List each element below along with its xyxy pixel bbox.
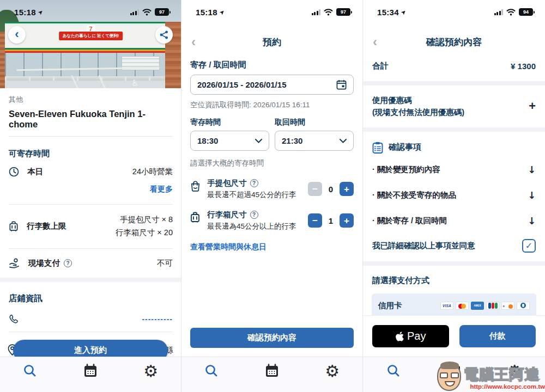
settings-tab-icon[interactable]: ⚙ [325,364,340,379]
luggage-limit-values: 手提包尺寸 × 8 行李箱尺寸 × 20 [116,213,173,240]
payment-method-heading: 請選擇支付方式 [363,266,545,287]
add-coupon-icon[interactable]: + [529,99,536,113]
confirm-reservation-button[interactable]: 確認預約內容 [190,328,354,348]
pickup-time-value: 21:30 [282,136,302,145]
pickup-time-select[interactable]: 21:30 [275,131,354,151]
dropoff-time-value: 18:30 [197,136,218,145]
confirm-items-heading: 確認事項 [389,142,421,152]
wifi-icon [506,9,516,16]
photo-guard-rail [5,76,165,81]
question-icon[interactable]: ? [64,259,72,267]
location-arrow-icon: ➤ [399,8,408,16]
back-button[interactable]: ‹ [373,35,377,48]
store-banner-text: あなたの暮らしに 近くて便利! [59,32,123,40]
phone-value: ---------- [142,315,173,323]
today-hours-value: 24小時營業 [132,167,173,177]
jcb-icon [486,302,499,310]
battery-icon: 97 [155,8,169,16]
address-row: 縣 進入預約 [0,336,181,357]
agree-checkbox[interactable]: ✓ [522,239,536,253]
agree-row: 我已詳細確認以上事項並同意 ✓ [363,234,545,261]
settings-tab-icon[interactable]: ⚙ [143,364,158,379]
signal-icon [130,9,140,15]
down-arrow-icon[interactable]: ↓ [528,215,536,226]
question-icon[interactable]: ? [250,211,258,219]
wifi-icon [324,9,333,16]
watermark-name: 電腦王阿達 [463,367,545,382]
diners-icon [517,302,530,310]
store-category: 其他 [0,88,181,106]
status-time: 15:18➤ [196,8,225,17]
watermark-mascot [437,363,461,391]
onsite-payment-value: 不可 [157,258,173,268]
back-button[interactable]: ‹ [8,26,26,44]
apple-pay-button[interactable]: Pay [372,325,449,347]
enter-reservation-button[interactable]: 進入預約 [13,340,168,357]
time-section-heading: 寄存 / 取回時間 [181,53,362,70]
onsite-payment-row: 現場支付 ? 不可 [0,258,181,268]
photo-stripes-lower [5,48,165,53]
page-header: ‹ 確認預約內容 [363,30,545,53]
suitcase-icon [9,221,19,232]
bag-plus-button[interactable]: + [340,182,354,196]
page-title: 預約 [263,36,281,48]
calendar-tab-icon[interactable] [83,364,98,378]
battery-icon: 94 [519,8,533,16]
mastercard-icon [456,302,469,310]
business-hours-link[interactable]: 查看營業時間與休息日 [181,231,362,252]
signal-icon [494,9,504,15]
search-tab-icon[interactable] [204,364,219,378]
search-tab-icon[interactable] [386,364,401,378]
confirm-item[interactable]: · 關於不接受寄存的物品 ↓ [363,182,545,208]
calendar-tab-icon[interactable] [265,364,279,378]
page-title: 確認預約內容 [426,36,482,48]
store-title: Seven-Eleven Fukuoka Tenjin 1-chome [0,106,181,136]
visa-icon: VISA [440,302,453,310]
suitcase-plus-button[interactable]: + [340,213,354,228]
down-arrow-icon[interactable]: ↓ [528,189,536,201]
clipboard-icon [372,142,383,154]
share-button[interactable] [155,26,173,44]
confirm-item[interactable]: · 關於寄存 / 取回時間 ↓ [363,208,545,234]
bottom-nav: ⚙ [181,357,362,392]
pay-button[interactable]: 付款 [459,325,536,347]
date-range-value: 2026/01/15 - 2026/01/15 [197,80,286,89]
panel-store-detail: 7 あなたの暮らしに 近くて便利! ♿ 15:18➤ 97 ‹ 其他 [0,0,181,392]
panel-reservation: 15:18➤ 97 ‹ 預約 寄存 / 取回時間 2026/01/15 - 20… [181,0,363,392]
bag-size-row: 手提包尺寸? 最長邊不超過45公分的行李 − 0 + [181,178,362,200]
apple-pay-label: Pay [407,330,426,342]
suitcase-stepper: − 1 + [308,213,354,228]
coupon-row[interactable]: 使用優惠碼 (現場支付無法使用優惠碼) + [363,85,545,127]
back-button[interactable]: ‹ [191,35,196,48]
confirm-item[interactable]: · 關於變更預約內容 ↓ [363,157,545,182]
back-chevron-icon: ‹ [15,28,19,40]
dropoff-time-select[interactable]: 18:30 [190,131,269,151]
panel-confirm-payment: 15:34➤ 94 ‹ 確認預約內容 合計 ¥ 1300 使用優惠碼 (現場支付… [363,0,545,392]
suitcase-minus-button[interactable]: − [308,213,322,228]
vacancy-info-text: 空位資訊取得時間: 2026/01/15 16:11 [181,95,362,110]
photo-brick-left [0,32,5,88]
suitcase-size-row: 行李箱尺寸? 最長邊為45公分以上的行李 − 1 + [181,210,362,231]
down-arrow-icon[interactable]: ↓ [528,164,536,175]
search-tab-icon[interactable] [23,364,37,378]
phone-row: ---------- [0,314,181,324]
share-icon [160,30,168,39]
confirm-item-text: · 關於變更預約內容 [372,164,440,175]
question-icon[interactable]: ? [250,179,258,187]
time-hint-text: 請選擇大概的寄存時間 [181,151,362,168]
watermark: 電腦王阿達 http://www.kocpc.com.tw [437,363,545,391]
luggage-limit-label: 行李數上限 [27,221,66,231]
hours-section-heading: 可寄存時間 [0,137,181,167]
see-more-link[interactable]: 看更多 [150,185,173,194]
watermark-url: http://www.kocpc.com.tw [470,383,545,390]
chevron-down-icon [255,139,262,143]
status-time: 15:18➤ [14,8,43,17]
coupon-line2: (現場支付無法使用優惠碼) [372,106,464,118]
total-amount: ¥ 1300 [511,62,536,71]
credit-card-label: 信用卡 [378,301,402,311]
confirm-item-text: · 關於寄存 / 取回時間 [372,216,447,226]
discover-icon: D [501,302,514,310]
date-range-field[interactable]: 2026/01/15 - 2026/01/15 [190,75,354,95]
app-screenshot: 7 あなたの暮らしに 近くて便利! ♿ 15:18➤ 97 ‹ 其他 [0,0,545,392]
bag-minus-button[interactable]: − [308,182,322,196]
